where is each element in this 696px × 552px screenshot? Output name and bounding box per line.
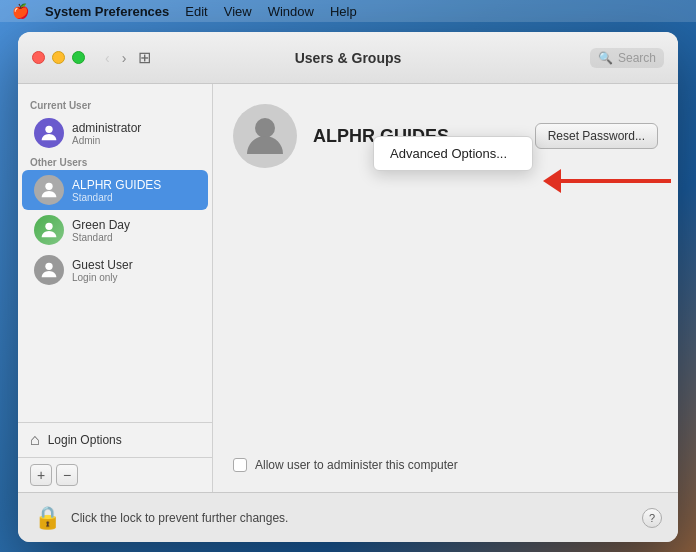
bottom-bar: 🔒 Click the lock to prevent further chan…	[18, 492, 678, 542]
menu-system-preferences[interactable]: System Preferences	[45, 4, 169, 19]
other-users-label: Other Users	[18, 153, 212, 170]
mac-menubar: 🍎 System Preferences Edit View Window He…	[0, 0, 696, 22]
admin-checkbox-row: Allow user to administer this computer	[233, 448, 658, 472]
user-item-green-day[interactable]: Green Day Standard	[22, 210, 208, 250]
user-item-administrator[interactable]: administrator Admin	[22, 113, 208, 153]
svg-point-3	[45, 263, 52, 270]
remove-user-button[interactable]: −	[56, 464, 78, 486]
user-role-alphr-guides: Standard	[72, 192, 161, 203]
username-green-day: Green Day	[72, 218, 130, 232]
nav-arrows: ‹ ›	[101, 48, 130, 68]
admin-checkbox-label: Allow user to administer this computer	[255, 458, 458, 472]
user-info-guest: Guest User Login only	[72, 258, 133, 283]
user-role-green-day: Standard	[72, 232, 130, 243]
avatar-alphr-guides	[34, 175, 64, 205]
menu-edit[interactable]: Edit	[185, 4, 207, 19]
add-user-button[interactable]: +	[30, 464, 52, 486]
user-info-administrator: administrator Admin	[72, 121, 141, 146]
arrow-line	[561, 179, 671, 183]
user-role-guest: Login only	[72, 272, 133, 283]
window-title: Users & Groups	[295, 50, 402, 66]
username-alphr-guides: ALPHR GUIDES	[72, 178, 161, 192]
lock-text: Click the lock to prevent further change…	[71, 511, 632, 525]
back-button[interactable]: ‹	[101, 48, 114, 68]
svg-point-0	[45, 126, 52, 133]
arrow-indicator	[543, 169, 671, 193]
search-icon: 🔍	[598, 51, 613, 65]
sidebar: Current User administrator Admin Other U…	[18, 84, 213, 492]
large-avatar	[233, 104, 297, 168]
context-menu: Advanced Options...	[373, 136, 533, 171]
menu-help[interactable]: Help	[330, 4, 357, 19]
svg-point-1	[45, 183, 52, 190]
grid-icon[interactable]: ⊞	[138, 48, 151, 67]
traffic-lights	[32, 51, 85, 64]
minimize-button[interactable]	[52, 51, 65, 64]
sidebar-bottom: ⌂ Login Options + −	[18, 422, 212, 492]
arrow-head	[543, 169, 561, 193]
svg-point-2	[45, 223, 52, 230]
avatar-administrator	[34, 118, 64, 148]
lock-icon[interactable]: 🔒	[34, 505, 61, 531]
content-area: Current User administrator Admin Other U…	[18, 84, 678, 492]
user-info-green-day: Green Day Standard	[72, 218, 130, 243]
help-button[interactable]: ?	[642, 508, 662, 528]
current-user-label: Current User	[18, 96, 212, 113]
close-button[interactable]	[32, 51, 45, 64]
admin-checkbox[interactable]	[233, 458, 247, 472]
user-info-alphr-guides: ALPHR GUIDES Standard	[72, 178, 161, 203]
username-administrator: administrator	[72, 121, 141, 135]
login-options-label: Login Options	[48, 433, 122, 447]
username-guest: Guest User	[72, 258, 133, 272]
avatar-guest	[34, 255, 64, 285]
main-window: ‹ › ⊞ Users & Groups 🔍 Search Current Us…	[18, 32, 678, 542]
forward-button[interactable]: ›	[118, 48, 131, 68]
main-panel: ALPHR GUIDES Reset Password... Allow use…	[213, 84, 678, 492]
search-placeholder: Search	[618, 51, 656, 65]
apple-menu[interactable]: 🍎	[12, 3, 29, 19]
search-box[interactable]: 🔍 Search	[590, 48, 664, 68]
user-role-administrator: Admin	[72, 135, 141, 146]
titlebar: ‹ › ⊞ Users & Groups 🔍 Search	[18, 32, 678, 84]
user-item-guest[interactable]: Guest User Login only	[22, 250, 208, 290]
context-menu-advanced-options[interactable]: Advanced Options...	[374, 141, 532, 166]
sidebar-actions: + −	[18, 457, 212, 492]
house-icon: ⌂	[30, 431, 40, 449]
avatar-green-day	[34, 215, 64, 245]
menu-window[interactable]: Window	[268, 4, 314, 19]
user-item-alphr-guides[interactable]: ALPHR GUIDES Standard	[22, 170, 208, 210]
login-options-item[interactable]: ⌂ Login Options	[18, 423, 212, 457]
reset-password-button[interactable]: Reset Password...	[535, 123, 658, 149]
svg-point-4	[255, 118, 275, 138]
menu-view[interactable]: View	[224, 4, 252, 19]
maximize-button[interactable]	[72, 51, 85, 64]
